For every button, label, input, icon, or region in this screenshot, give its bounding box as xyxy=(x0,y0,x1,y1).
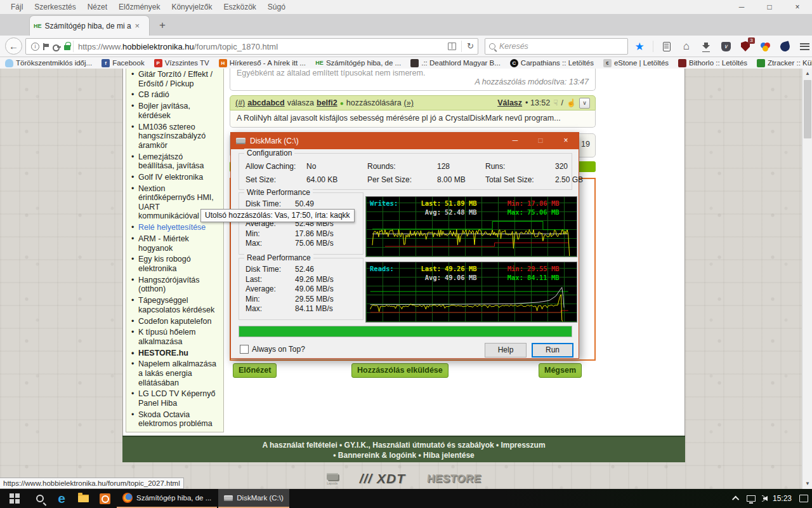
topic-t-pegys-ggel-kapcsolatos-k-r[interactable]: Tápegységgel kapcsolatos kérdések xyxy=(131,296,218,314)
reader-mode-icon[interactable] xyxy=(448,43,456,50)
vote-down-icon[interactable]: ☟ xyxy=(553,98,558,107)
bookmark-ztracker-k-l-nleges[interactable]: Ztracker :: Különleges ... xyxy=(757,59,812,67)
diskmark-title-bar[interactable]: DiskMark (C:\) ─ □ × xyxy=(231,133,579,149)
xdt-logo[interactable]: /// XDT xyxy=(360,471,405,486)
always-on-top-checkbox[interactable] xyxy=(240,345,249,354)
help-button[interactable]: Help xyxy=(485,343,527,358)
submit-post-button[interactable]: Hozzászólás elküldése xyxy=(351,363,449,378)
bookmark-estone-let-lt-s[interactable]: €eStone | Letöltés xyxy=(603,59,669,67)
tab-active[interactable]: HE Számítógép hiba, de mi a p × xyxy=(29,15,150,36)
topic-k-t-pus-h-elem-alkalmaz-sa[interactable]: K típusú hőelem alkalmazása xyxy=(131,328,218,346)
topic-git-r-torz-t-effekt-er-s-t-p[interactable]: Gitár Torzító / Effekt / Erősítő / Picku… xyxy=(131,70,218,88)
taskbar-button-sz-m-t-g-p-hiba-de[interactable]: Számítógép hiba, de ... xyxy=(117,489,217,508)
menu-szerkeszt-s[interactable]: Szerkesztés xyxy=(29,1,81,13)
window-close-button[interactable]: × xyxy=(792,3,803,11)
reply-link[interactable]: Válasz xyxy=(497,98,522,107)
bookmark-bithorlo-let-lt-s[interactable]: Bithorlo :: Letöltés xyxy=(678,59,747,67)
secure-lock-icon[interactable] xyxy=(64,45,70,50)
post-anchor-link[interactable]: (#) xyxy=(235,98,245,107)
tray-expand-icon[interactable] xyxy=(732,496,739,503)
post-author-link[interactable]: abcdabcd xyxy=(247,98,284,107)
menu-el-zm-nyek[interactable]: Előzmények xyxy=(113,1,166,13)
menu-f-jl[interactable]: Fájl xyxy=(5,1,29,13)
network-icon[interactable] xyxy=(747,495,756,502)
footer-links-line1[interactable]: A használat feltételei • GY.I.K., Haszná… xyxy=(122,440,685,450)
menu-n-zet[interactable]: Nézet xyxy=(82,1,113,13)
topic-rel-helyettes-t-se[interactable]: Relé helyettesítése xyxy=(131,223,218,232)
bookmark-h-rkeres-a-h-rek-itt[interactable]: HHírkereső - A hírek itt ... xyxy=(219,59,306,67)
topic-napelem-alkalmaz-sa-a-lak-s-[interactable]: Napelem alkalmazása a lakás energia ellá… xyxy=(131,359,218,387)
start-button[interactable] xyxy=(0,489,29,508)
extension-dark-icon[interactable] xyxy=(778,40,791,53)
post-jump-link[interactable]: (») xyxy=(404,98,414,107)
diskmark-minimize-button[interactable]: ─ xyxy=(502,133,528,149)
topic-arm-mi-rtek-hogyanok[interactable]: ARM - Miértek hogyanok xyxy=(131,234,218,253)
bookmark-sz-m-t-g-p-hiba-de[interactable]: HESzámítógép hiba, de ... xyxy=(315,59,401,67)
scrollbar-up-arrow[interactable]: ▲ xyxy=(802,69,812,79)
topic-obd-aut-s-k-sz-l-k[interactable]: OBD (autós) készülék xyxy=(131,431,218,432)
topic-lemezj-tsz-be-ll-t-sa-jav-t-[interactable]: Lemezjátszó beállítása, javítása xyxy=(131,152,218,171)
bookmark-star-icon[interactable]: ★ xyxy=(633,40,646,53)
footer-links-line2[interactable]: • Bannereink & logóink • Hiba jelentése xyxy=(122,450,685,460)
action-center-icon[interactable] xyxy=(799,495,808,502)
scrollbar-down-arrow[interactable]: ▼ xyxy=(802,479,812,489)
new-tab-button[interactable]: + xyxy=(155,19,170,33)
download-icon[interactable] xyxy=(700,40,712,53)
menu-eszk-z-k[interactable]: Eszközök xyxy=(218,1,261,13)
url-text[interactable]: https://www.hobbielektronika.hu/forum/to… xyxy=(78,42,448,51)
page-scrollbar[interactable]: ▲ ▼ xyxy=(802,69,812,489)
taskbar-search-button[interactable] xyxy=(29,489,51,508)
cancel-button[interactable]: Mégsem xyxy=(539,363,582,378)
key-icon[interactable] xyxy=(53,43,61,51)
hestore-logo[interactable]: HESTORE xyxy=(426,472,481,485)
taskbar-explorer-button[interactable] xyxy=(72,489,94,508)
search-input[interactable]: Keresés xyxy=(485,38,628,55)
diskmark-maximize-button[interactable]: □ xyxy=(528,133,553,149)
preview-button[interactable]: Előnézet xyxy=(233,363,277,378)
topic-egy-kis-robog-elektronika[interactable]: Egy kis robogó elektronika xyxy=(131,255,218,273)
lapoda-logo[interactable]: Lapoda xyxy=(327,473,338,485)
scrollbar-thumb[interactable] xyxy=(804,80,811,138)
permissions-flag-icon[interactable] xyxy=(43,43,49,50)
topic-bojler-jav-t-sa-k-rd-sek[interactable]: Bojler javítása, kérdések xyxy=(131,102,218,120)
info-icon[interactable]: i xyxy=(31,43,39,51)
back-button[interactable]: ← xyxy=(5,37,22,55)
reload-icon[interactable]: ↻ xyxy=(467,43,474,50)
topic-skoda-octavia-elektromos-pro[interactable]: Skoda Octavia elektromos probléma xyxy=(131,410,218,429)
volume-icon[interactable] xyxy=(763,495,765,502)
ublock-icon[interactable]: 3 xyxy=(739,40,752,53)
topic-hangsz-r-jav-t-s-otthon[interactable]: Hangszórójavítás (otthon) xyxy=(131,276,218,294)
topic-hestore-hu[interactable]: HESTORE.hu xyxy=(131,349,218,358)
post-dropdown-button[interactable]: ∨ xyxy=(579,98,590,109)
vote-up-icon[interactable]: ☝ xyxy=(566,98,576,107)
extension-colorful-icon[interactable] xyxy=(759,40,771,53)
bookmarks-panel-icon[interactable] xyxy=(660,40,673,53)
menu-s-g[interactable]: Súgó xyxy=(262,1,291,13)
topic-lg-lcd-tv-k-perny-panel-hiba[interactable]: LG LCD TV Képernyő Panel Hiba xyxy=(131,389,218,408)
topic-golf-iv-elektronika[interactable]: Golf IV elektronika xyxy=(131,173,218,182)
clock[interactable]: 15:23 xyxy=(773,494,792,503)
taskbar-button-diskmark-c[interactable]: DiskMark (C:\) xyxy=(218,489,289,508)
identity-box[interactable]: i xyxy=(29,41,74,52)
home-icon[interactable]: ⌂ xyxy=(680,40,693,53)
run-button[interactable]: Run xyxy=(532,343,573,358)
bookmark-carpathians-let-lt-s[interactable]: CCarpathians :: Letöltés xyxy=(510,59,594,67)
taskbar-edge-button[interactable]: e xyxy=(51,489,72,508)
topic-cb-r-di[interactable]: CB rádió xyxy=(131,90,218,100)
pocket-icon[interactable]: ∨ xyxy=(719,40,732,53)
diskmark-close-button[interactable]: × xyxy=(553,133,579,149)
bookmark-v-zszintes-tv[interactable]: PVízszintes TV xyxy=(154,59,209,67)
tab-close-icon[interactable]: × xyxy=(135,21,140,30)
menu-hamburger-icon[interactable] xyxy=(798,40,811,53)
window-minimize-button[interactable]: ─ xyxy=(736,3,747,11)
topic-codefon-kaputelefon[interactable]: Codefon kaputelefon xyxy=(131,317,218,326)
menu-k-nyvjelz-k[interactable]: Könyvjelzők xyxy=(166,1,218,13)
taskbar-orange-app-button[interactable] xyxy=(94,489,115,508)
bookmark-t-r-kszentmikl-s-id-j[interactable]: Törökszentmiklós időj... xyxy=(5,59,92,67)
url-bar[interactable]: i https://www.hobbielektronika.hu/forum/… xyxy=(25,38,478,55)
window-maximize-button[interactable]: □ xyxy=(764,3,775,11)
bookmark-facebook[interactable]: fFacebook xyxy=(102,59,145,67)
topic-lm1036-sztereo-hangsz-nszab-[interactable]: LM1036 sztereo hangszínszabályzó áramkör xyxy=(131,123,218,150)
bookmark-deathlord-magyar-b[interactable]: .:: Deathlord Magyar B... xyxy=(410,59,501,67)
post-target-link[interactable]: belfi2 xyxy=(317,98,337,107)
